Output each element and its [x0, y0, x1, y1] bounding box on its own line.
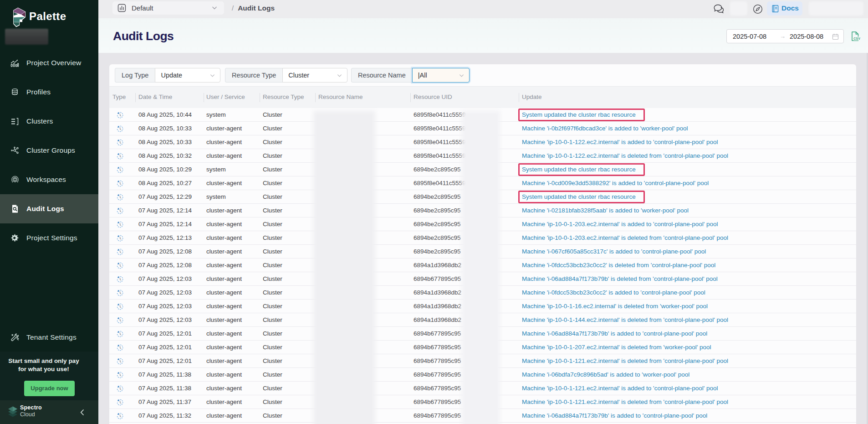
svg-text:CSV: CSV	[853, 37, 860, 40]
